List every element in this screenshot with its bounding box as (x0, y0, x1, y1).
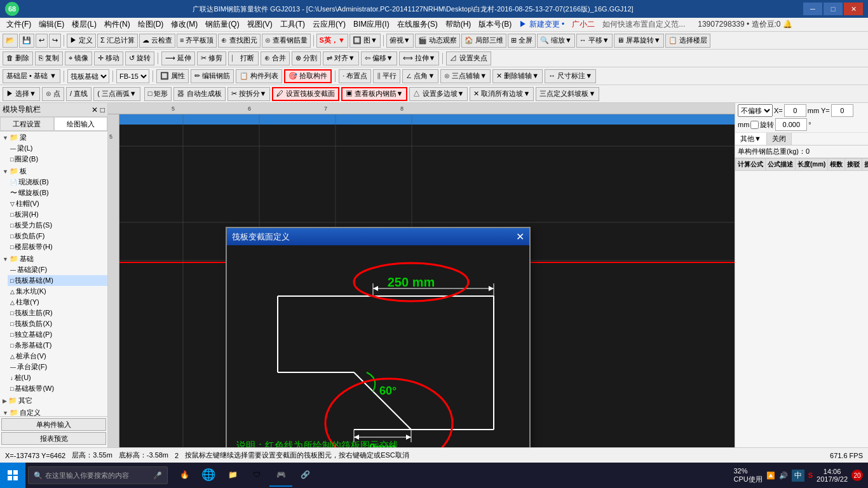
tree-other-label[interactable]: ▶ 📁 其它 (0, 395, 107, 406)
menu-file[interactable]: 文件(F) (3, 18, 35, 31)
menu-online[interactable]: 在线服务(S) (393, 18, 442, 31)
menu-bim[interactable]: BIM应用(I) (349, 18, 393, 31)
component-list-button[interactable]: 📋 构件列表 (236, 69, 282, 83)
offset-select[interactable]: 不偏移 (738, 104, 773, 117)
tree-lxb[interactable]: 〜螺旋板(B) (8, 187, 107, 198)
delete-button[interactable]: 🗑 删除 (3, 51, 33, 65)
input-method[interactable]: 中 (792, 470, 804, 482)
tree-bslj[interactable]: □板受力筋(S) (8, 220, 107, 231)
zoom-button[interactable]: 🔍 缩放▼ (537, 34, 575, 48)
slope-def-button[interactable]: 三点定义斜坡板▼ (536, 87, 599, 101)
tree-custom-label[interactable]: ▼ 📁 自定义 (0, 407, 107, 416)
task-icon-link[interactable]: 🔗 (294, 464, 316, 487)
task-icon-shield[interactable]: 🛡 (245, 464, 268, 487)
close-button[interactable]: ✕ (844, 3, 863, 15)
del-axis-button[interactable]: ✕ 删除辅轴▼ (492, 69, 543, 83)
task-icon-app[interactable]: 🎮 (269, 464, 292, 487)
rotate-screen-button[interactable]: 🖥 屏幕旋转▼ (614, 34, 664, 48)
level-top-button[interactable]: ≡ 齐平板顶 (177, 34, 217, 48)
menu-floor[interactable]: 楼层(L) (68, 18, 100, 31)
define-button[interactable]: ▶ 定义 (67, 34, 96, 48)
copy-button[interactable]: ⎘ 复制 (35, 51, 63, 65)
select-tool-button[interactable]: ▶ 选择▼ (3, 87, 40, 101)
tree-zct[interactable]: △桩承台(V) (8, 351, 107, 362)
nav-draw-input[interactable]: 绘图输入 (54, 117, 108, 131)
merge-button[interactable]: ⊕ 合并 (261, 51, 290, 65)
ime-s[interactable]: S (808, 471, 813, 479)
split-button[interactable]: ⊗ 分割 (292, 51, 321, 65)
menu-modify[interactable]: 修改(M) (167, 18, 201, 31)
task-icon-files[interactable]: 📁 (221, 464, 244, 487)
pan-button[interactable]: ↔ 平移▼ (576, 34, 613, 48)
report-preview-button[interactable]: 报表预览 (1, 432, 106, 445)
tree-dljc[interactable]: □独立基础(P) (8, 329, 107, 340)
line-tool-button[interactable]: / 直线 (66, 87, 92, 101)
save-button[interactable]: 💾 (19, 34, 34, 48)
dimension-button[interactable]: ↔ 尺寸标注▼ (545, 69, 596, 83)
point-tool-button[interactable]: ⊙ 点 (42, 87, 64, 101)
set-section-button[interactable]: 🖊 设置筏板变截面 (272, 87, 339, 101)
tree-bfj[interactable]: □板负筋(F) (8, 231, 107, 241)
tree-ql-label[interactable]: □圈梁(B) (8, 154, 107, 165)
fullscreen-button[interactable]: ⊞ 全屏 (508, 34, 536, 48)
menu-cloud[interactable]: 云应用(Y) (309, 18, 349, 31)
slab-id-select[interactable]: FB-15 (116, 69, 149, 83)
tree-foundation-label[interactable]: ▼ 📁 基础 (0, 254, 107, 264)
move-button[interactable]: ✛ 移动 (94, 51, 123, 65)
view-top-button[interactable]: 俯视▼ (386, 34, 414, 48)
break-button[interactable]: ⎸ 打断 (228, 51, 258, 65)
menu-draw[interactable]: 绘图(D) (134, 18, 168, 31)
open-button[interactable]: 📂 (3, 34, 18, 48)
menu-edit[interactable]: 编辑(E) (35, 18, 68, 31)
find-element-button[interactable]: ⊕ 查找图元 (218, 34, 260, 48)
set-slope-button[interactable]: △ 设置多边坡▼ (409, 87, 468, 101)
tree-pile[interactable]: ↓桩(U) (8, 372, 107, 383)
menu-version[interactable]: 版本号(B) (475, 18, 515, 31)
local-3d-button[interactable]: 🏠 局部三维 (461, 34, 506, 48)
dynamic-view-button[interactable]: 🎬 动态观察 (415, 34, 460, 48)
layout-point-button[interactable]: · 布置点 (339, 69, 371, 83)
taskbar-search[interactable]: 🔍 在这里输入你要搜索的内容 🎤 (28, 466, 168, 484)
task-icon-store[interactable]: 🔥 (173, 464, 196, 487)
tree-xjb[interactable]: 📄现浇板(B) (8, 177, 107, 187)
tree-fbfj[interactable]: □筏板负筋(X) (8, 318, 107, 329)
mirror-button[interactable]: ⌖ 镜像 (65, 51, 92, 65)
panel-controls[interactable]: ✕ □ (92, 105, 105, 114)
trim-button[interactable]: ✂ 修剪 (197, 51, 226, 65)
slab-type-select[interactable]: 筏板基础 (67, 69, 109, 83)
tree-slab-label[interactable]: ▼ 📁 板 (0, 166, 107, 177)
redo-button[interactable]: ↪ (49, 34, 61, 48)
nav-project-settings[interactable]: 工程设置 (0, 117, 54, 131)
edit-rebar-button[interactable]: ✏ 编辑钢筋 (191, 69, 234, 83)
menu-help[interactable]: 帮助(H) (442, 18, 475, 31)
tree-ctl[interactable]: —承台梁(F) (8, 362, 107, 372)
task-icon-browser[interactable]: 🌐 (197, 464, 220, 487)
base-layer-button[interactable]: 基础层 • 基础 ▼ (3, 69, 60, 83)
menu-new-change[interactable]: ▶ 新建变更 • (515, 18, 568, 31)
view-inner-rebar-button[interactable]: ▣ 查看板内钢筋▼ (341, 87, 408, 101)
y-input[interactable] (831, 104, 853, 117)
properties-button[interactable]: 🔲 属性 (156, 69, 189, 83)
lang-button[interactable]: S英，▼ (316, 34, 348, 48)
rotate-button[interactable]: ↺ 旋转 (125, 51, 154, 65)
select-floor-button[interactable]: 📋 选择楼层 (665, 34, 710, 48)
align-button[interactable]: ⇌ 对齐▼ (323, 51, 359, 65)
single-component-button[interactable]: 单构件输入 (1, 418, 106, 431)
menu-component[interactable]: 构件(N) (100, 18, 134, 31)
parallel-button[interactable]: ∥ 平行 (373, 69, 400, 83)
arc-3pt-button[interactable]: ( 三点画弧▼ (93, 87, 140, 101)
view-rebar-button[interactable]: ⊙ 查看钢筋量 (262, 34, 311, 48)
pickup-button[interactable]: 🎯 拾取构件 (284, 69, 332, 83)
split-by-button[interactable]: ✂ 按拆分▼ (227, 87, 271, 101)
extend-button[interactable]: ⟶ 延伸 (161, 51, 195, 65)
tree-txjc[interactable]: □条形基础(T) (8, 340, 107, 351)
tree-zd[interactable]: △柱墩(Y) (8, 297, 107, 308)
x-input[interactable] (784, 104, 806, 117)
tree-beam-label[interactable]: ▼ 📁 梁 (0, 132, 107, 143)
minimize-button[interactable]: ─ (803, 3, 822, 15)
tree-fbzj[interactable]: □筏板主筋(R) (8, 308, 107, 318)
tree-jsk[interactable]: △集水坑(K) (8, 286, 107, 297)
notifications-badge[interactable]: 20 (851, 470, 863, 481)
auto-gen-slab-button[interactable]: 器 自动生成板 (173, 87, 225, 101)
view-mode-button[interactable]: 🔲 图▼ (349, 34, 381, 48)
